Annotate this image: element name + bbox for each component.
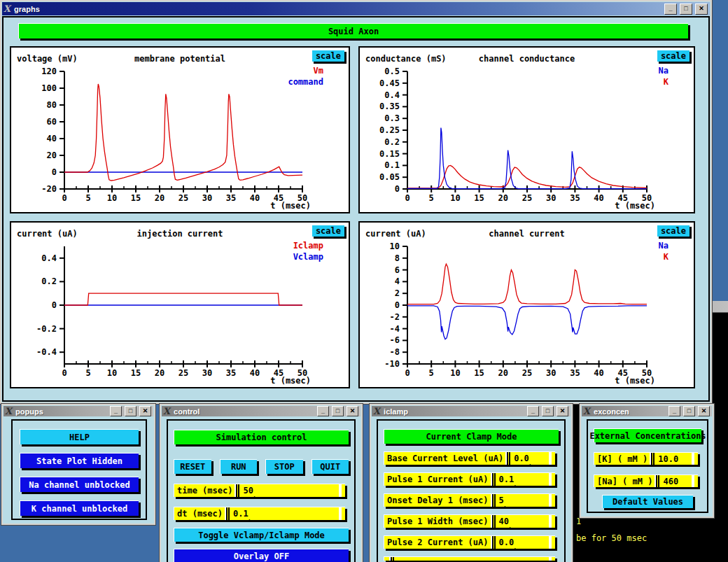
field-value[interactable]: 0.0	[496, 536, 550, 549]
overlay-button[interactable]: Overlay OFF	[174, 549, 349, 562]
legend-item-vclamp: Vclamp	[293, 251, 323, 262]
field-label[interactable]: Pulse 2 Current (uA)	[384, 536, 491, 549]
window-title: control	[174, 407, 314, 416]
svg-text:0.5: 0.5	[384, 66, 400, 76]
svg-text:20: 20	[155, 193, 164, 203]
minimize-button[interactable]: _	[668, 406, 680, 416]
field-value[interactable]: 0.0	[511, 452, 549, 465]
field-value[interactable]: 0.1	[496, 473, 550, 486]
scale-button[interactable]: scale	[312, 225, 344, 237]
svg-text:5: 5	[85, 368, 90, 378]
maximize-button[interactable]: □	[542, 406, 554, 416]
current-clamp-mode-button[interactable]: Current Clamp Mode	[384, 429, 559, 444]
graphs-titlebar[interactable]: X graphs _ □ ✕	[2, 2, 710, 15]
svg-text:10: 10	[107, 193, 117, 203]
close-button[interactable]: ✕	[139, 406, 151, 416]
chart-legend: NaK	[659, 65, 668, 87]
graphs-window: X graphs _ □ ✕ Squid Axon -2002040608010…	[0, 0, 712, 404]
field-label[interactable]: time (msec)	[174, 484, 234, 497]
minimize-button[interactable]: _	[110, 406, 122, 416]
svg-text:100: 100	[41, 83, 57, 93]
default-values-button[interactable]: Default Values	[602, 495, 693, 508]
injection-current-panel: -0.4-0.200.20.405101520253035404550t (ms…	[10, 221, 350, 388]
help-button[interactable]: HELP	[20, 429, 139, 444]
close-button[interactable]: ✕	[346, 406, 358, 416]
item-field	[384, 556, 555, 561]
field-label[interactable]: Pulse 1 Width (msec)	[384, 515, 491, 528]
chart-title: channel current	[360, 229, 694, 239]
close-button[interactable]: ✕	[698, 406, 710, 416]
popups-window: X popups _ □ ✕ HELPState Plot HiddenNa c…	[1, 404, 155, 525]
k-channel-unblocked-button[interactable]: K channel unblocked	[20, 500, 139, 516]
svg-text:30: 30	[546, 193, 556, 203]
iclamp-titlebar[interactable]: X iclamp _ □ ✕	[372, 406, 570, 416]
state-plot-hidden-button[interactable]: State Plot Hidden	[20, 453, 139, 468]
desktop: { "ui": { "icons": { "x11_logo": "X", "m…	[0, 0, 728, 562]
close-button[interactable]: ✕	[695, 3, 708, 15]
field-value[interactable]: 10.0	[655, 453, 692, 465]
field-label[interactable]	[384, 557, 389, 561]
svg-text:35: 35	[570, 368, 580, 378]
control-panel: Simulation controlRESETRUNSTOPQUITtime (…	[167, 419, 356, 562]
svg-text:t (msec): t (msec)	[270, 376, 311, 386]
squid-axon-button[interactable]: Squid Axon	[18, 23, 688, 38]
svg-text:-0.2: -0.2	[36, 324, 57, 334]
external-concentrations-button[interactable]: External Concentrations	[594, 428, 701, 442]
exconcen-titlebar[interactable]: X exconcen _ □ ✕	[582, 406, 712, 416]
reset-button[interactable]: RESET	[174, 459, 211, 474]
close-button[interactable]: ✕	[556, 406, 568, 416]
field-label[interactable]: [Na] ( mM )	[594, 475, 654, 487]
scale-button[interactable]: scale	[312, 50, 344, 62]
svg-text:6: 6	[395, 265, 400, 275]
field-endcap	[549, 473, 552, 486]
field-separator	[491, 494, 496, 507]
toggle-vclamp-iclamp-button[interactable]: Toggle Vclamp/Iclamp Mode	[174, 528, 349, 542]
field-value[interactable]: 50	[240, 484, 339, 497]
field-label[interactable]: dt (msec)	[174, 507, 225, 520]
popups-titlebar[interactable]: X popups _ □ ✕	[4, 406, 153, 416]
field-label[interactable]: [K] ( mM )	[594, 453, 650, 465]
terminal-output-line: 1	[576, 517, 581, 526]
control-titlebar[interactable]: X control _ □ ✕	[162, 406, 360, 416]
field-label[interactable]: Base Current Level (uA)	[384, 452, 505, 465]
svg-text:35: 35	[226, 193, 236, 203]
na-channel-unblocked-button[interactable]: Na channel unblocked	[20, 477, 139, 492]
membrane-potential-panel: -2002040608010012005101520253035404550t …	[10, 46, 350, 213]
svg-text:35: 35	[570, 193, 580, 203]
field-label[interactable]: Pulse 1 Current (uA)	[384, 473, 491, 486]
graphs-window-body: Squid Axon -2002040608010012005101520253…	[2, 16, 710, 402]
window-title: iclamp	[384, 407, 524, 416]
svg-text:t (msec): t (msec)	[615, 376, 655, 386]
svg-text:-8: -8	[390, 347, 400, 357]
maximize-button[interactable]: □	[332, 406, 344, 416]
svg-text:30: 30	[202, 193, 212, 203]
minimize-button[interactable]: _	[527, 406, 539, 416]
svg-text:40: 40	[594, 368, 603, 378]
maximize-button[interactable]: □	[125, 406, 136, 416]
field-separator	[654, 475, 660, 487]
field-value[interactable]	[395, 557, 549, 561]
svg-text:0: 0	[62, 193, 66, 203]
chart-title: channel conductance	[360, 54, 694, 64]
svg-text:15: 15	[474, 368, 484, 378]
svg-text:-10: -10	[384, 359, 400, 369]
field-value[interactable]: 40	[496, 515, 550, 528]
scale-button[interactable]: scale	[657, 50, 690, 62]
field-separator	[234, 484, 240, 497]
field-separator	[650, 453, 655, 465]
field-separator	[225, 507, 230, 520]
minimize-button[interactable]: _	[664, 3, 677, 15]
maximize-button[interactable]: □	[680, 3, 692, 15]
simulation-control-header-button[interactable]: Simulation control	[174, 430, 349, 444]
field-label[interactable]: Onset Delay 1 (msec)	[384, 494, 491, 507]
field-value[interactable]: 0.1	[230, 507, 339, 520]
run-button[interactable]: RUN	[220, 459, 258, 474]
quit-button[interactable]: QUIT	[312, 459, 349, 474]
scale-button[interactable]: scale	[657, 225, 690, 237]
maximize-button[interactable]: □	[683, 406, 695, 416]
minimize-button[interactable]: _	[317, 406, 329, 416]
field-value[interactable]: 460	[660, 475, 692, 487]
stop-button[interactable]: STOP	[265, 459, 303, 474]
svg-text:-4: -4	[390, 324, 400, 334]
field-value[interactable]: 5	[496, 494, 550, 507]
